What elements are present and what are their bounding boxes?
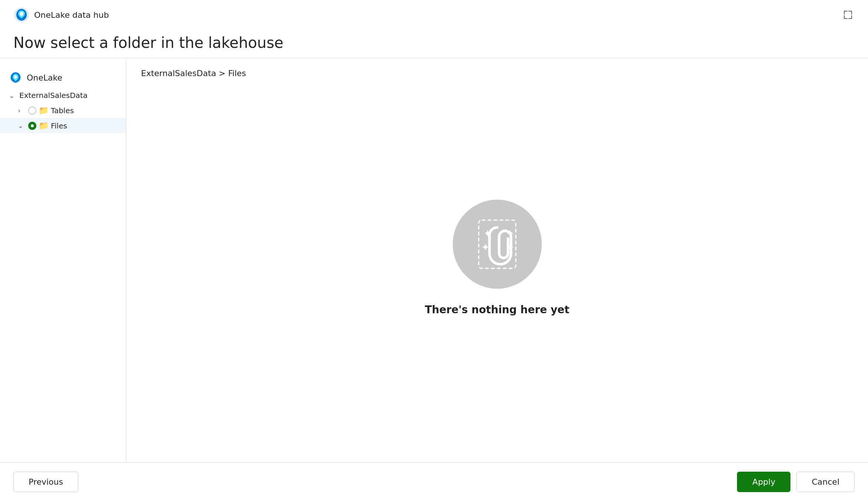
breadcrumb: ExternalSalesData > Files: [141, 69, 853, 78]
cancel-button[interactable]: Cancel: [796, 472, 855, 492]
page-title: Now select a folder in the lakehouse: [13, 34, 855, 51]
chevron-down-icon: ⌄: [9, 92, 17, 99]
app-title: OneLake data hub: [34, 10, 109, 20]
tables-item[interactable]: › 📁 Tables: [0, 103, 126, 118]
files-chevron-down-icon: ⌄: [18, 122, 26, 130]
paperclip-container: ✦ ✦ ✦ ✦: [473, 216, 521, 272]
tables-radio[interactable]: [28, 107, 36, 115]
files-item[interactable]: ⌄ 📁 Files: [0, 118, 126, 133]
empty-state: ✦ ✦ ✦ ✦ There's nothing here yet: [141, 93, 853, 452]
sparkle-icon-tr: ✦: [506, 227, 514, 240]
page-title-section: Now select a folder in the lakehouse: [0, 27, 868, 58]
sparkle-icon-bl: ✦: [481, 241, 490, 253]
apply-button[interactable]: Apply: [737, 472, 790, 492]
onelake-root-label: OneLake: [27, 73, 62, 82]
files-folder-icon: 📁: [39, 121, 49, 130]
onelake-logo-icon: [13, 7, 30, 23]
onelake-root-icon: [9, 71, 22, 84]
tables-label: Tables: [51, 106, 74, 115]
header-left: OneLake data hub: [13, 7, 109, 23]
empty-state-message: There's nothing here yet: [425, 304, 570, 316]
onelake-root-item[interactable]: OneLake: [0, 67, 126, 88]
previous-button[interactable]: Previous: [13, 472, 78, 492]
sparkle-icon-tl: ✦: [484, 227, 492, 240]
files-label: Files: [51, 121, 67, 130]
empty-state-illustration: ✦ ✦ ✦ ✦: [453, 200, 542, 289]
footer: Previous Apply Cancel: [0, 462, 868, 501]
header: OneLake data hub: [0, 0, 868, 27]
files-radio[interactable]: [28, 122, 36, 130]
sidebar: OneLake ⌄ ExternalSalesData › 📁 Tables ⌄…: [0, 58, 126, 462]
chevron-right-icon: ›: [18, 107, 26, 114]
datasource-label: ExternalSalesData: [19, 91, 88, 100]
expand-window-icon[interactable]: [841, 8, 855, 22]
footer-right: Apply Cancel: [737, 472, 855, 492]
main-content: OneLake ⌄ ExternalSalesData › 📁 Tables ⌄…: [0, 58, 868, 462]
tables-folder-icon: 📁: [39, 106, 49, 115]
right-panel: ExternalSalesData > Files ✦ ✦ ✦ ✦: [126, 58, 868, 462]
datasource-item[interactable]: ⌄ ExternalSalesData: [0, 88, 126, 103]
sparkle-icon-br: ✦: [506, 241, 514, 253]
